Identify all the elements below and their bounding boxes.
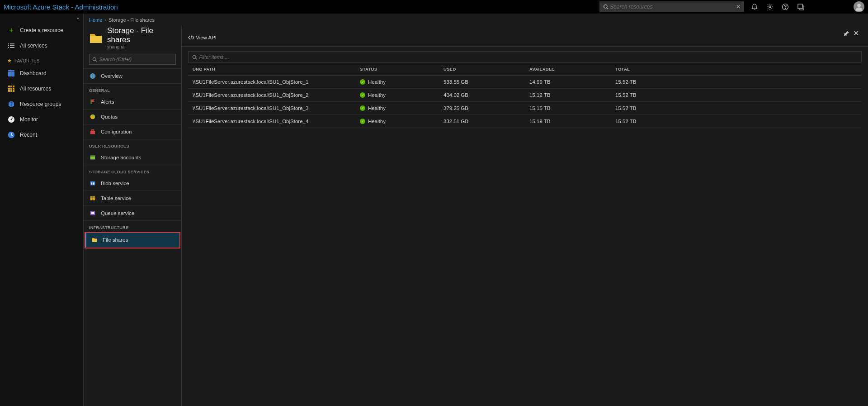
svg-rect-45 — [91, 212, 94, 213]
user-avatar[interactable] — [854, 1, 864, 12]
resource-menu-search-input[interactable] — [99, 57, 173, 62]
svg-point-0 — [604, 5, 608, 9]
topbar: Microsoft Azure Stack - Administration ✕ — [0, 0, 868, 14]
svg-rect-13 — [8, 70, 14, 72]
table-row[interactable]: \\SU1FileServer.azurestack.local\SU1_Obj… — [188, 102, 862, 115]
cell-available: 15.15 TB — [529, 105, 615, 111]
view-api-button[interactable]: View API — [188, 34, 217, 41]
healthy-icon: ✓ — [360, 79, 365, 85]
all-services-label: All services — [20, 43, 47, 49]
menu-blob-service[interactable]: Blob service — [84, 176, 181, 191]
svg-line-29 — [96, 60, 97, 62]
storage-icon — [89, 154, 96, 161]
menu-overview[interactable]: Overview — [84, 68, 181, 84]
resource-subtitle: shanghai — [107, 44, 176, 49]
col-header-available[interactable]: AVAILABLE — [529, 67, 615, 72]
globe-icon — [89, 72, 96, 80]
nav-all-resources[interactable]: All resources — [0, 81, 83, 96]
global-search[interactable]: ✕ — [599, 1, 744, 12]
menu-queue-service[interactable]: Queue service — [84, 206, 181, 221]
global-search-input[interactable] — [610, 4, 736, 10]
star-icon: ★ — [7, 58, 12, 64]
col-header-unc[interactable]: UNC PATH — [188, 67, 360, 72]
table-row[interactable]: \\SU1FileServer.azurestack.local\SU1_Obj… — [188, 115, 862, 128]
filter-box[interactable] — [188, 51, 862, 63]
menu-configuration[interactable]: Configuration — [84, 124, 181, 139]
nav-monitor[interactable]: Monitor — [0, 112, 83, 127]
settings-icon[interactable] — [762, 0, 778, 14]
gauge-icon — [7, 115, 15, 124]
menu-file-shares[interactable]: File shares — [85, 233, 179, 248]
nav-item-label: Recent — [20, 132, 37, 138]
col-header-status[interactable]: STATUS — [360, 67, 443, 72]
cell-status: ✓Healthy — [360, 105, 443, 111]
healthy-icon: ✓ — [360, 119, 365, 124]
menu-section-general: GENERAL — [84, 84, 181, 95]
nav-dashboard[interactable]: Dashboard — [0, 66, 83, 81]
svg-rect-38 — [90, 182, 95, 186]
menu-section-storage-cloud: STORAGE CLOUD SERVICES — [84, 165, 181, 176]
svg-rect-5 — [798, 4, 802, 9]
resource-menu-search[interactable] — [89, 54, 176, 65]
svg-rect-21 — [13, 88, 14, 90]
notifications-icon[interactable] — [747, 0, 762, 14]
clear-search-icon[interactable]: ✕ — [736, 4, 741, 10]
menu-storage-accounts[interactable]: Storage accounts — [84, 150, 181, 165]
svg-rect-19 — [8, 88, 10, 90]
nav-resource-groups[interactable]: Resource groups — [0, 96, 83, 112]
blob-icon — [89, 180, 96, 187]
svg-rect-22 — [8, 90, 10, 92]
menu-table-service[interactable]: Table service — [84, 191, 181, 206]
svg-rect-46 — [91, 213, 94, 214]
cell-unc: \\SU1FileServer.azurestack.local\SU1_Obj… — [188, 79, 360, 85]
resource-title: Storage - File shares — [107, 26, 176, 44]
cell-available: 15.12 TB — [529, 92, 615, 98]
portal-title[interactable]: Microsoft Azure Stack - Administration — [4, 3, 118, 11]
breadcrumb: Home›Storage - File shares — [84, 14, 868, 26]
col-header-total[interactable]: TOTAL — [615, 67, 862, 72]
svg-rect-34 — [90, 131, 95, 134]
svg-rect-7 — [8, 43, 9, 44]
svg-point-2 — [769, 6, 771, 8]
col-header-used[interactable]: USED — [443, 67, 529, 72]
menu-alerts[interactable]: Alerts — [84, 95, 181, 110]
menu-item-label: Table service — [101, 196, 131, 201]
filter-input[interactable] — [199, 54, 858, 60]
table-icon — [89, 195, 96, 202]
clock-icon — [7, 131, 15, 139]
table-row[interactable]: \\SU1FileServer.azurestack.local\SU1_Obj… — [188, 89, 862, 102]
cell-available: 15.19 TB — [529, 119, 615, 124]
close-icon[interactable]: ✕ — [853, 29, 859, 38]
favorites-section-label: ★FAVORITES — [0, 53, 83, 66]
svg-rect-20 — [10, 88, 12, 90]
menu-item-label: Configuration — [101, 129, 132, 134]
pie-icon — [89, 113, 96, 120]
left-navigation: « + Create a resource All services ★FAVO… — [0, 14, 84, 406]
all-services-button[interactable]: All services — [0, 38, 83, 53]
svg-rect-32 — [91, 100, 92, 105]
feedback-icon[interactable] — [793, 0, 808, 14]
cell-total: 15.52 TB — [615, 79, 862, 85]
healthy-icon: ✓ — [360, 92, 365, 98]
menu-item-label: Alerts — [101, 99, 114, 105]
cell-total: 15.52 TB — [615, 92, 862, 98]
plus-icon: + — [7, 26, 15, 34]
nav-recent[interactable]: Recent — [0, 127, 83, 143]
create-resource-button[interactable]: + Create a resource — [0, 23, 83, 38]
pin-icon[interactable] — [844, 30, 849, 36]
help-icon[interactable] — [778, 0, 793, 14]
svg-rect-15 — [11, 72, 14, 76]
cube-icon — [7, 100, 15, 108]
collapse-nav-icon[interactable]: « — [0, 14, 83, 23]
svg-rect-12 — [10, 47, 14, 48]
menu-item-label: File shares — [103, 237, 128, 243]
menu-quotas[interactable]: Quotas — [84, 110, 181, 124]
breadcrumb-home[interactable]: Home — [89, 17, 102, 23]
folder-icon — [89, 32, 103, 44]
svg-rect-17 — [10, 86, 12, 87]
cell-status: ✓Healthy — [360, 92, 443, 98]
table-row[interactable]: \\SU1FileServer.azurestack.local\SU1_Obj… — [188, 76, 862, 89]
cell-unc: \\SU1FileServer.azurestack.local\SU1_Obj… — [188, 92, 360, 98]
svg-point-6 — [857, 4, 861, 7]
search-icon — [603, 4, 609, 10]
